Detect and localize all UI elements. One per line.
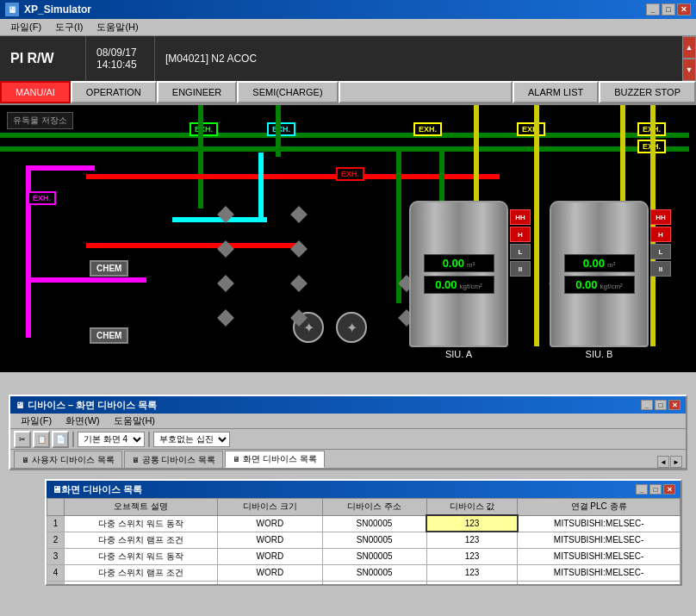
time-display: 14:10:45	[96, 59, 144, 71]
row-plc: MITSUBISHI:MELSEC-	[518, 548, 680, 564]
row-val[interactable]: 123	[426, 515, 517, 532]
nav-alarm-list[interactable]: ALARM LIST	[513, 81, 599, 103]
inner-window-screen-device: 🖥 화면 디바이스 목록 _ □ ✕ 오브젝트 설명 디바이스 크기 디바이스 …	[45, 479, 682, 586]
main-toolbar: PI R/W 08/09/17 14:10:45 [M04021] N2 ACO…	[0, 36, 696, 81]
table-row[interactable]: 3 다중 스위치 워드 동작 WORD SN00005 123 MITSUBIS…	[47, 548, 680, 564]
menu-tools[interactable]: 도구(I)	[48, 20, 90, 34]
nav-manual[interactable]: MANU/AI	[0, 81, 71, 103]
close-button[interactable]: ✕	[677, 3, 691, 16]
row-plc: MITSUBISHI:MELSEC-	[518, 564, 680, 581]
col-num-header	[47, 499, 65, 516]
inner-window-title: 화면 디바이스 목록	[61, 483, 142, 496]
nav-semi-charge[interactable]: SEMI(CHARGE)	[237, 81, 338, 103]
format-dropdown[interactable]: 부호없는 십진	[153, 432, 230, 447]
sub-close-button[interactable]: ✕	[668, 400, 680, 410]
tank-b-alarm-h[interactable]: H	[650, 227, 671, 242]
exh-label-2: EXH.	[267, 122, 295, 136]
row-addr: SN00005	[322, 515, 426, 532]
menu-bar: 파일(F) 도구(I) 도움말(H)	[0, 19, 696, 36]
nav-buzzer-stop[interactable]: BUZZER STOP	[599, 81, 696, 103]
chem-label-2: CHEM	[90, 327, 128, 344]
valve-7[interactable]	[217, 309, 234, 327]
table-row[interactable]: 5 비트 램프 기준 BIT Y0001 1	[47, 581, 680, 584]
menu-file[interactable]: 파일(F)	[3, 20, 48, 34]
maximize-button[interactable]: □	[662, 3, 675, 16]
table-row[interactable]: 2 다중 스위치 램프 조건 WORD SN00005 123 MITSUBIS…	[47, 532, 680, 548]
copy-button[interactable]: 📋	[33, 431, 50, 448]
table-row[interactable]: 1 다중 스위치 워드 동작 WORD SN00005 123 MITSUBIS…	[47, 515, 680, 532]
sub-menu-file[interactable]: 파일(F)	[14, 414, 59, 428]
app-icon: 🖥	[5, 3, 19, 16]
row-size: WORD	[218, 532, 322, 548]
sub-menu-help[interactable]: 도움말(H)	[107, 414, 162, 428]
screen-dropdown[interactable]: 기본 화면 4	[78, 432, 145, 447]
sub-menu-screen[interactable]: 화면(W)	[59, 414, 107, 428]
valve-5[interactable]	[217, 275, 234, 292]
tank-b-alarm-ll[interactable]: II	[650, 261, 671, 277]
row-desc: 다중 스위치 램프 조건	[65, 564, 218, 581]
scroll-up-button[interactable]: ▲	[682, 36, 696, 59]
sub-minimize-button[interactable]: _	[641, 400, 653, 410]
tank-a-val2: 0.00	[435, 278, 457, 291]
row-num: 1	[47, 515, 65, 532]
inner-maximize-button[interactable]: □	[649, 484, 662, 495]
tank-a-val1: 0.00	[443, 257, 464, 270]
nav-prev-button[interactable]: ◄	[657, 456, 669, 468]
sub-maximize-button[interactable]: □	[655, 400, 667, 410]
col-addr-header: 디바이스 주소	[322, 499, 426, 516]
row-num: 2	[47, 532, 65, 548]
tank-b: 0.00 m³ 0.00 kgf/cm² HH H L II SIU. B	[550, 201, 649, 359]
fan-2[interactable]: ✦	[336, 312, 367, 343]
tab-common-device[interactable]: 🖥 공통 디바이스 목록	[124, 451, 224, 468]
nav-arrows: ◄ ►	[657, 456, 682, 468]
col-val-header: 디바이스 값	[426, 499, 517, 516]
table-row[interactable]: 4 다중 스위치 램프 조건 WORD SN00005 123 MITSUBIS…	[47, 564, 680, 581]
nav-engineer[interactable]: ENGINEER	[157, 81, 237, 103]
tank-b-alarm-l[interactable]: L	[650, 244, 671, 259]
tank-b-alarm-hh[interactable]: HH	[650, 209, 671, 225]
exh-label-left: EXH.	[28, 191, 56, 205]
cut-button[interactable]: ✂	[14, 431, 31, 448]
tank-a-alarm-h[interactable]: H	[510, 227, 531, 242]
tank-a-alarm-ll[interactable]: II	[510, 261, 531, 277]
sub-menu-bar: 파일(F) 화면(W) 도움말(H)	[10, 414, 686, 429]
row-val[interactable]: 123	[426, 532, 517, 548]
row-addr: SN00005	[322, 532, 426, 548]
tank-a-alarm-l[interactable]: L	[510, 244, 531, 259]
tab-screen-device[interactable]: 🖥 화면 디바이스 목록	[225, 451, 325, 468]
row-size: BIT	[218, 581, 322, 584]
paste-button[interactable]: 📄	[52, 431, 69, 448]
exh-label-4: EXH.	[517, 122, 545, 136]
device-table: 오브젝트 설명 디바이스 크기 디바이스 주소 디바이스 값 연결 PLC 종류…	[47, 498, 680, 584]
row-desc: 다중 스위치 워드 동작	[65, 515, 218, 532]
row-addr: SN00005	[322, 548, 426, 564]
tank-b-unit2: kgf/cm²	[600, 283, 623, 290]
menu-help[interactable]: 도움말(H)	[90, 20, 145, 34]
nav-next-button[interactable]: ►	[670, 456, 682, 468]
tab-user-device[interactable]: 🖥 사용자 디바이스 목록	[14, 451, 122, 468]
sub-window-title-bar: 🖥 디바이스 – 화면 디바이스 목록 _ □ ✕	[10, 396, 686, 414]
row-plc: MITSUBISHI:MELSEC-	[518, 532, 680, 548]
process-area: 유독물 저장소 EXH. EXH. EXH. EXH. EXH. EXH. EX…	[0, 105, 696, 372]
row-val[interactable]: 123	[426, 548, 517, 564]
separator-2	[148, 432, 150, 447]
tank-a: 0.00 m³ 0.00 kgf/cm² HH H L II SIU. A	[409, 201, 508, 359]
sub-window-icon: 🖥	[16, 401, 24, 410]
col-size-header: 디바이스 크기	[218, 499, 322, 516]
sub-window-title: 디바이스 – 화면 디바이스 목록	[28, 399, 157, 412]
title-bar: 🖥 XP_Simulator _ □ ✕	[0, 0, 696, 19]
pi-rw-label: PI R/W	[0, 36, 86, 81]
row-size: WORD	[218, 564, 322, 581]
inner-close-button[interactable]: ✕	[663, 484, 675, 495]
nav-operation[interactable]: OPERATION	[71, 81, 157, 103]
minimize-button[interactable]: _	[646, 3, 660, 16]
scroll-down-button[interactable]: ▼	[682, 59, 696, 81]
row-val[interactable]: 123	[426, 564, 517, 581]
tank-a-alarm-hh[interactable]: HH	[510, 209, 531, 225]
row-val[interactable]: 1	[426, 581, 517, 584]
row-addr: Y0001	[322, 581, 426, 584]
valve-2[interactable]	[290, 206, 308, 223]
valve-6[interactable]	[290, 275, 308, 292]
inner-minimize-button[interactable]: _	[636, 484, 648, 495]
row-size: WORD	[218, 548, 322, 564]
